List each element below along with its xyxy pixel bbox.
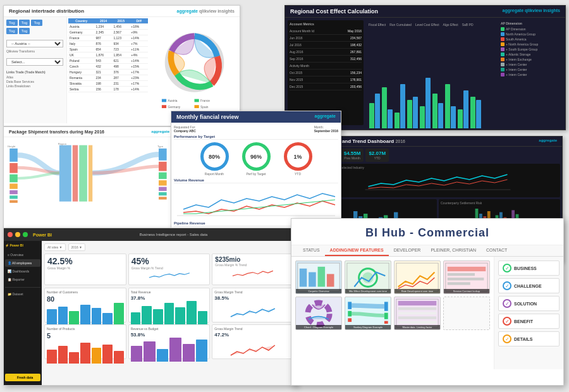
gauge-circle-2: 96% [242,142,271,171]
nav-adding-features[interactable]: ADDING/NEW FEATURES [325,245,389,256]
table-area: Country20142015Diff Austria1,2341,456+18… [67,17,149,123]
powerbi-nav: ⚡ Power BI ≡ Overview 👤 All employees 📊 … [4,241,42,385]
data-row: Jun 2016234,567 [290,35,362,42]
data-row: Oct 2015156,234 [290,70,362,77]
gauge-row: 80% Report Month 96% Perf by Target 1% Y… [174,142,338,176]
gauge-circle-1: 80% [200,142,229,171]
kpi-val-gross: 42.5% [47,256,123,266]
logo: aggregate qlikview insights [177,9,235,13]
cost-legend: AP Dimension AP Dimension North America … [499,20,563,125]
svg-rect-11 [9,175,18,183]
bihub-thumb-grid: Carpetto Overview Mix Effect Development… [295,260,490,294]
thumb-mix-effect[interactable]: Mix Effect Development over time [345,260,391,294]
min-dot[interactable] [15,232,20,237]
nav-status[interactable]: STATUS [298,245,325,256]
btn-tog4[interactable]: Tog [6,28,18,34]
btn-challenge-label: CHALLENGE [514,284,542,288]
btn-tog2[interactable]: Tog [19,20,30,26]
bihub-nav: STATUS ADDING/NEW FEATURES DEVELOPER PLE… [291,245,563,257]
btn-tog1[interactable]: Tog [6,20,18,26]
btn-tog3[interactable]: Tog [31,20,42,26]
svg-text:Germany: Germany [168,106,181,109]
svg-text:France: France [200,99,210,102]
svg-rect-5 [195,99,199,102]
customers-val: 80 [47,295,124,303]
sankey-svg: Height Region Type [6,140,172,230]
revenue-val: 37.8% [131,295,208,301]
panel-bihub-commercial: BI Hub - Commercial STATUS ADDING/NEW FE… [291,218,564,386]
thumb-masterdata[interactable]: Masterdata: Limiting factor [394,297,441,330]
bottom-grid: Number of Products 5 Revenue vs Budget [44,324,294,359]
btn-benefit[interactable]: ✓ BENEFIT [498,314,560,329]
btn-solution[interactable]: ✓ SOLUTION [498,296,560,311]
svg-rect-69 [348,302,352,309]
thumb-service-contract[interactable]: Service Contract lookup [443,260,490,294]
data-row: Activity Month [290,63,362,70]
thumb-sankey[interactable]: Sankey Diagram Example [345,297,391,330]
btn-solution-label: SOLUTION [514,302,537,306]
financial-title: Monthly fiancial review [176,114,239,120]
volume-line-chart [174,187,338,219]
solution-icon: ✓ [503,299,511,308]
nav-dataset[interactable]: 📁 Dataset [5,290,40,298]
month-value: September 2016 [314,129,338,133]
thumb-label-6: Sankey Diagram Example [345,325,391,329]
nav-pleiner[interactable]: PLEINER, CHRISTIAN [425,245,481,256]
rev-budget-val: 53.8% [131,332,208,338]
gauge-circle-3: 1% [284,142,312,171]
thumb-chord[interactable]: Chord - Diagram Example [295,297,342,330]
nav-contact[interactable]: CONTACT [481,245,512,256]
thumb-carpetto[interactable]: Carpetto Overview [295,260,342,294]
powerbi-logo-text: ⚡ Power BI [5,243,40,247]
cat-kpi-row: $15.1M Total Sales $4.55M Prev Month $2.… [315,149,560,162]
filter-selector[interactable]: All sites ▼ [44,243,66,251]
nav-overview[interactable]: ≡ Overview [5,251,40,259]
bar-chart-grid: Number of Customers 80 Total Revenue 37 [44,288,294,322]
powerbi-content: All sites ▼ 2016 ▼ 42.5% Gross Margin % … [42,241,297,385]
chart-gm-trend2: Gross Margin Trend 47.2% [212,324,294,359]
thumb-label-2: Mix Effect Development over time [345,289,391,293]
kpi-revenue: $235mio Gross Margin % Trend [212,254,294,285]
gm-trend2-sparkline [214,338,291,357]
close-dot[interactable] [8,232,13,237]
panel-title: Regional intertrade distribution [9,8,84,14]
svg-rect-25 [159,192,167,195]
chord-chart-area: Austria Germany France Spain [149,17,240,123]
btn-business[interactable]: ✓ BUSINESS [498,260,560,276]
kpi-val-rev: $235mio [215,256,291,263]
financial-logo: aggregate [315,114,336,120]
btn-challenge[interactable]: ✓ CHALLENGE [498,278,560,293]
svg-rect-76 [398,301,436,305]
nav-developer[interactable]: DEVELOPER [389,245,426,256]
kpi-box-2: $4.55M Prev Month [341,149,364,162]
thumb-rate-dev[interactable]: Rate Development over time [394,260,441,294]
thumb-label-7: Masterdata: Limiting factor [395,325,440,329]
business-icon: ✓ [503,264,511,273]
nav-dashboards[interactable]: 📊 Dashboards [5,267,40,275]
date-selector[interactable]: 2016 ▼ [68,243,85,251]
bihub-thumbnails-area: Carpetto Overview Mix Effect Development… [291,257,494,369]
svg-rect-17 [73,145,78,202]
filter-select[interactable]: Select... [6,58,63,66]
max-dot[interactable] [23,232,28,237]
thumb-empty [443,297,490,330]
svg-rect-13 [9,190,18,194]
panel-package-shipment: Package Shipment transfers during May 20… [3,126,175,237]
company-name: Company ABC [174,129,196,133]
btn-tog5[interactable]: Tog [19,28,30,34]
bar-chart-dark [366,27,497,130]
nav-fresh[interactable]: ⚡ Fresh data [5,374,40,381]
svg-rect-56 [309,273,316,287]
svg-rect-16 [59,145,71,202]
data-row: Dec 2015203,456 [290,83,362,90]
btn-benefit-label: BENEFIT [514,319,533,324]
svg-rect-79 [398,316,436,319]
cat-logo: aggregate [539,138,557,144]
nav-employees[interactable]: 👤 All employees [5,259,40,267]
challenge-icon: ✓ [503,281,511,290]
country-select[interactable]: -- Austria -- [6,40,63,47]
kpi-val-2: $4.55M [344,150,361,156]
nav-reporter[interactable]: 📋 Reporter [5,276,40,283]
btn-details[interactable]: ✓ DETAILS [498,331,560,346]
thumb-label-3: Rate Development over time [395,289,440,293]
